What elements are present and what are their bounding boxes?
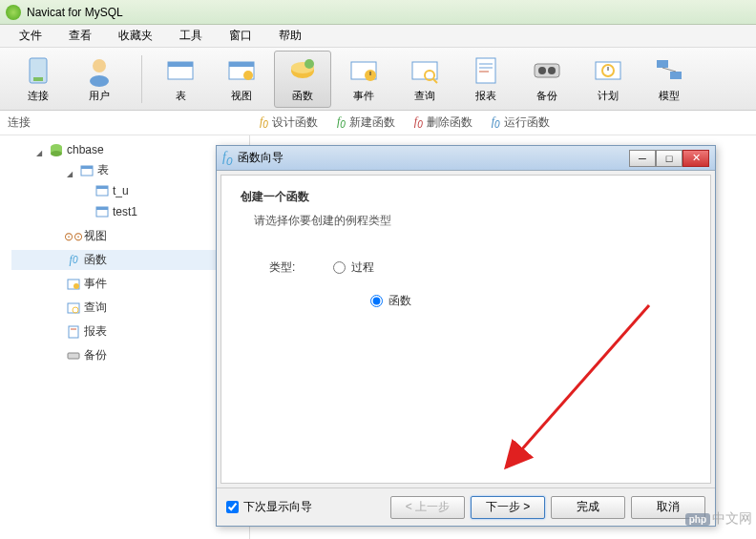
view-icon bbox=[225, 54, 258, 87]
radio-procedure[interactable]: 过程 bbox=[333, 259, 374, 276]
menu-favorite[interactable]: 收藏夹 bbox=[105, 25, 166, 47]
dialog-icon: f0 bbox=[222, 150, 232, 167]
show-next-time-label: 下次显示向导 bbox=[243, 499, 312, 515]
dialog-type-label: 类型: bbox=[269, 259, 295, 276]
next-button[interactable]: 下一步 > bbox=[471, 496, 545, 519]
svg-point-23 bbox=[538, 67, 546, 74]
dialog-heading: 创建一个函数 bbox=[241, 189, 691, 205]
subtb-new[interactable]: f0新建函数 bbox=[327, 114, 405, 131]
svg-rect-7 bbox=[229, 62, 254, 67]
svg-point-2 bbox=[93, 59, 106, 73]
tree-backups-label: 备份 bbox=[84, 347, 107, 363]
tree-queries[interactable]: 查询 bbox=[11, 298, 249, 318]
tree-db-label: chbase bbox=[67, 143, 104, 156]
window-titlebar: Navicat for MySQL bbox=[0, 0, 756, 25]
tb-event[interactable]: 事件 bbox=[335, 51, 392, 108]
subtb-run[interactable]: f0运行函数 bbox=[482, 114, 559, 131]
dialog-maximize-button[interactable]: □ bbox=[656, 150, 682, 167]
prev-button[interactable]: < 上一步 bbox=[390, 496, 465, 519]
tb-function[interactable]: 函数 bbox=[274, 51, 331, 108]
event-icon bbox=[347, 54, 380, 87]
menu-file[interactable]: 文件 bbox=[6, 25, 55, 47]
tree-reports[interactable]: 报表 bbox=[11, 321, 249, 342]
tb-schedule[interactable]: 计划 bbox=[579, 51, 637, 108]
radio-procedure-input[interactable] bbox=[333, 261, 346, 274]
dialog-close-button[interactable]: ✕ bbox=[682, 150, 709, 167]
views-icon: ⊙⊙ bbox=[67, 230, 80, 243]
tb-connection[interactable]: 连接 bbox=[10, 51, 67, 108]
delete-func-icon: f0 bbox=[414, 114, 423, 130]
twisty-open-icon[interactable] bbox=[67, 166, 76, 176]
tree-events[interactable]: 事件 bbox=[11, 274, 249, 294]
tb-query-label: 查询 bbox=[414, 89, 435, 103]
tb-report-label: 报表 bbox=[475, 89, 496, 103]
tb-table-label: 表 bbox=[176, 89, 186, 103]
sidebar: chbase 表 t_u bbox=[0, 135, 250, 539]
tree-events-label: 事件 bbox=[84, 276, 107, 292]
events-icon bbox=[67, 278, 80, 291]
tb-model[interactable]: 模型 bbox=[640, 51, 698, 108]
show-next-time-checkbox[interactable]: 下次显示向导 bbox=[226, 499, 312, 515]
app-icon bbox=[6, 5, 21, 20]
function-icon: f0 bbox=[67, 254, 80, 267]
connection-tree: chbase 表 t_u bbox=[0, 139, 249, 369]
tb-backup[interactable]: 备份 bbox=[518, 51, 576, 108]
tb-view[interactable]: 视图 bbox=[213, 51, 270, 108]
tb-function-label: 函数 bbox=[292, 89, 313, 103]
svg-rect-39 bbox=[96, 207, 108, 210]
radio-procedure-label: 过程 bbox=[351, 259, 374, 276]
run-func-icon: f0 bbox=[492, 114, 500, 130]
tb-user[interactable]: 用户 bbox=[71, 51, 128, 108]
twisty-open-icon[interactable] bbox=[36, 145, 46, 155]
subtb-design[interactable]: f0设计函数 bbox=[250, 114, 327, 131]
tb-query[interactable]: 查询 bbox=[396, 51, 453, 108]
finish-button[interactable]: 完成 bbox=[551, 496, 625, 519]
new-func-icon: f0 bbox=[337, 114, 346, 130]
sub-toolbar: 连接 f0设计函数 f0新建函数 f0删除函数 f0运行函数 bbox=[0, 111, 756, 135]
tb-schedule-label: 计划 bbox=[598, 89, 619, 103]
menu-window[interactable]: 窗口 bbox=[216, 25, 265, 47]
app-title: Navicat for MySQL bbox=[27, 6, 123, 19]
svg-rect-5 bbox=[168, 62, 193, 67]
radio-function-label: 函数 bbox=[388, 293, 411, 309]
backups-icon bbox=[67, 349, 80, 363]
tree-table-item[interactable]: test1 bbox=[17, 203, 249, 220]
radio-function[interactable]: 函数 bbox=[370, 293, 411, 309]
menu-help[interactable]: 帮助 bbox=[265, 25, 315, 47]
schedule-icon bbox=[592, 54, 624, 87]
menu-tools[interactable]: 工具 bbox=[166, 25, 216, 47]
connection-icon bbox=[22, 54, 54, 87]
svg-rect-35 bbox=[81, 166, 93, 169]
svg-rect-29 bbox=[670, 72, 682, 79]
subtb-left-label: 连接 bbox=[6, 114, 250, 131]
tree-table-item[interactable]: t_u bbox=[17, 182, 249, 199]
watermark-text: 中文网 bbox=[712, 510, 752, 528]
tb-backup-label: 备份 bbox=[536, 89, 557, 103]
menu-view[interactable]: 查看 bbox=[55, 25, 105, 47]
dialog-minimize-button[interactable]: ─ bbox=[629, 150, 656, 167]
reports-icon bbox=[67, 325, 80, 339]
table-icon bbox=[164, 54, 197, 87]
tree-db-node[interactable]: chbase bbox=[6, 141, 249, 158]
subtb-delete-label: 删除函数 bbox=[427, 114, 472, 131]
dialog-titlebar[interactable]: f0 函数向导 ─ □ ✕ bbox=[217, 146, 715, 171]
watermark: php 中文网 bbox=[685, 510, 752, 528]
tree-backups[interactable]: 备份 bbox=[11, 345, 249, 365]
tb-report[interactable]: 报表 bbox=[457, 51, 514, 108]
table-icon bbox=[95, 205, 109, 218]
tree-views[interactable]: ⊙⊙ 视图 bbox=[11, 226, 249, 246]
tree-table-label: t_u bbox=[113, 184, 129, 197]
tb-table[interactable]: 表 bbox=[152, 51, 209, 108]
queries-icon bbox=[67, 301, 80, 315]
database-icon bbox=[50, 143, 63, 156]
query-icon bbox=[409, 54, 441, 87]
toolbar-separator bbox=[141, 55, 142, 103]
tree-tables-group[interactable]: 表 bbox=[11, 160, 249, 180]
show-next-time-input[interactable] bbox=[226, 501, 239, 513]
dialog-hint: 请选择你要创建的例程类型 bbox=[241, 213, 691, 229]
subtb-delete[interactable]: f0删除函数 bbox=[405, 114, 482, 131]
tree-functions[interactable]: f0 函数 bbox=[11, 250, 249, 270]
radio-function-input[interactable] bbox=[370, 295, 383, 307]
tree-queries-label: 查询 bbox=[84, 300, 107, 316]
dialog-footer: 下次显示向导 < 上一步 下一步 > 完成 取消 bbox=[217, 487, 715, 526]
